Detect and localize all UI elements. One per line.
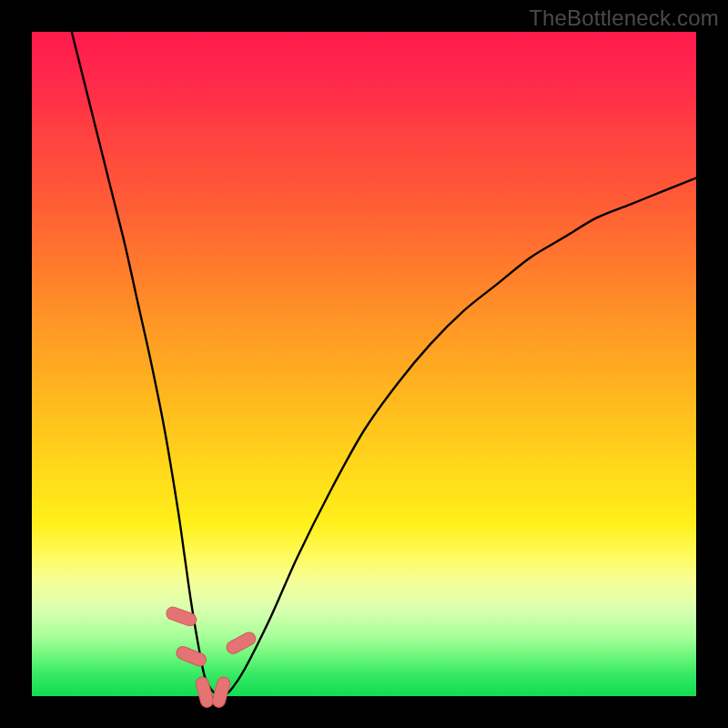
bottleneck-curve (72, 32, 696, 695)
chart-frame: TheBottleneck.com (0, 0, 728, 728)
curve-svg (32, 32, 696, 696)
curve-marker (175, 644, 208, 668)
curve-marker (195, 675, 215, 708)
watermark-text: TheBottleneck.com (529, 5, 719, 31)
plot-area (32, 32, 696, 696)
curve-markers (165, 605, 258, 709)
